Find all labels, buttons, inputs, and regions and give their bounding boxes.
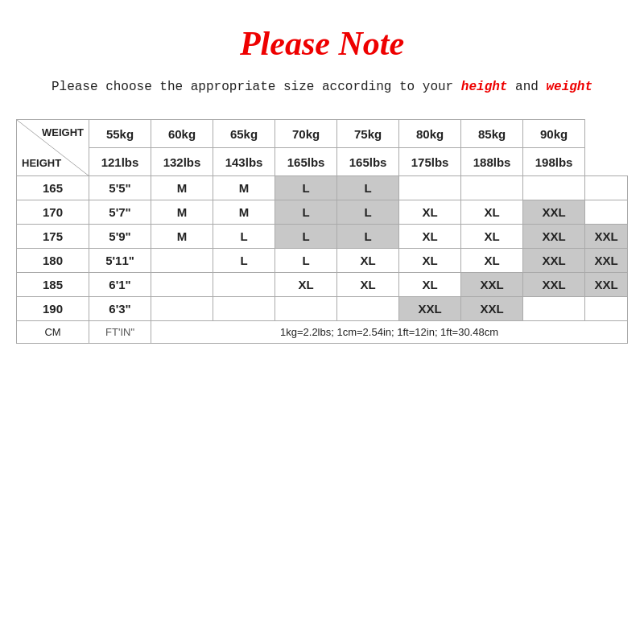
footer-ftin: FT'IN": [89, 321, 151, 344]
size-cell: XL: [461, 249, 523, 273]
subtitle-text-before: Please choose the appropriate size accor…: [52, 80, 461, 94]
footer-cm: CM: [17, 321, 89, 344]
size-cell: L: [337, 200, 399, 225]
lbs-header: 165lbs: [337, 148, 399, 176]
size-cell: L: [213, 249, 275, 273]
size-cell: XL: [399, 273, 461, 297]
size-cell: [213, 273, 275, 297]
size-cell: XL: [461, 225, 523, 249]
corner-height-label: HEIGHT: [22, 157, 61, 169]
kg-header: 90kg: [523, 120, 585, 148]
cm-value: 175: [17, 225, 89, 249]
size-cell: [213, 297, 275, 321]
page-title: Please Note: [240, 24, 404, 63]
kg-header: 85kg: [461, 120, 523, 148]
size-cell: L: [337, 225, 399, 249]
size-cell: XXL: [523, 273, 585, 297]
lbs-header: 188lbs: [461, 148, 523, 176]
size-cell: [151, 273, 213, 297]
footer-note: 1kg=2.2lbs; 1cm=2.54in; 1ft=12in; 1ft=30…: [151, 321, 628, 344]
size-cell: [461, 176, 523, 200]
size-cell: M: [213, 176, 275, 200]
kg-header: 70kg: [275, 120, 337, 148]
kg-header: 80kg: [399, 120, 461, 148]
size-cell: [151, 297, 213, 321]
size-cell: M: [213, 200, 275, 225]
size-cell: [337, 297, 399, 321]
cm-value: 180: [17, 249, 89, 273]
lbs-header: 175lbs: [399, 148, 461, 176]
size-cell: L: [275, 225, 337, 249]
size-cell: [585, 176, 628, 200]
lbs-header: 198lbs: [523, 148, 585, 176]
size-cell: L: [213, 225, 275, 249]
size-cell: [523, 297, 585, 321]
size-cell: M: [151, 200, 213, 225]
lbs-header: 165lbs: [275, 148, 337, 176]
cm-value: 190: [17, 297, 89, 321]
subtitle-height-word: height: [461, 80, 508, 94]
size-cell: L: [337, 176, 399, 200]
size-cell: [151, 249, 213, 273]
lbs-header: 121lbs: [89, 148, 151, 176]
ftin-value: 6'3": [89, 297, 151, 321]
table-row: 1856'1"XLXLXLXXLXXLXXL: [17, 273, 628, 297]
size-cell: XL: [275, 273, 337, 297]
cm-value: 185: [17, 273, 89, 297]
size-cell: XL: [461, 200, 523, 225]
corner-cell: WEIGHT HEIGHT: [17, 120, 89, 176]
size-cell: [585, 200, 628, 225]
ftin-value: 5'9": [89, 225, 151, 249]
size-cell: [523, 176, 585, 200]
size-cell: [275, 297, 337, 321]
size-chart-table: WEIGHT HEIGHT 55kg60kg65kg70kg75kg80kg85…: [16, 119, 628, 344]
table-row: 1906'3"XXLXXL: [17, 297, 628, 321]
table-row: 1655'5"MMLL: [17, 176, 628, 200]
cm-value: 170: [17, 200, 89, 225]
size-cell: L: [275, 176, 337, 200]
size-cell: XXL: [399, 297, 461, 321]
size-cell: XL: [399, 200, 461, 225]
corner-weight-label: WEIGHT: [42, 126, 84, 138]
subtitle: Please choose the appropriate size accor…: [52, 77, 592, 97]
size-cell: XL: [399, 249, 461, 273]
kg-header: 60kg: [151, 120, 213, 148]
kg-header: 65kg: [213, 120, 275, 148]
size-cell: XL: [337, 273, 399, 297]
size-cell: M: [151, 225, 213, 249]
size-cell: L: [275, 249, 337, 273]
size-cell: [399, 176, 461, 200]
table-row: 1755'9"MLLLXLXLXXLXXL: [17, 225, 628, 249]
subtitle-weight-word: weight: [546, 80, 592, 94]
ftin-value: 5'11": [89, 249, 151, 273]
table-row: 1805'11"LLXLXLXLXXLXXL: [17, 249, 628, 273]
size-cell: XXL: [585, 273, 628, 297]
size-cell: XXL: [523, 249, 585, 273]
size-cell: XXL: [585, 249, 628, 273]
ftin-value: 5'5": [89, 176, 151, 200]
size-cell: M: [151, 176, 213, 200]
size-cell: XL: [337, 249, 399, 273]
size-cell: [585, 297, 628, 321]
ftin-value: 5'7": [89, 200, 151, 225]
size-cell: L: [275, 200, 337, 225]
lbs-header: 143lbs: [213, 148, 275, 176]
cm-value: 165: [17, 176, 89, 200]
size-cell: XXL: [523, 200, 585, 225]
ftin-value: 6'1": [89, 273, 151, 297]
kg-header: 75kg: [337, 120, 399, 148]
size-cell: XL: [399, 225, 461, 249]
size-cell: XXL: [523, 225, 585, 249]
table-row: 1705'7"MMLLXLXLXXL: [17, 200, 628, 225]
kg-header: 55kg: [89, 120, 151, 148]
subtitle-text-between: and: [507, 80, 546, 94]
lbs-header: 132lbs: [151, 148, 213, 176]
size-cell: XXL: [585, 225, 628, 249]
footer-row: CMFT'IN"1kg=2.2lbs; 1cm=2.54in; 1ft=12in…: [17, 321, 628, 344]
size-cell: XXL: [461, 297, 523, 321]
size-cell: XXL: [461, 273, 523, 297]
